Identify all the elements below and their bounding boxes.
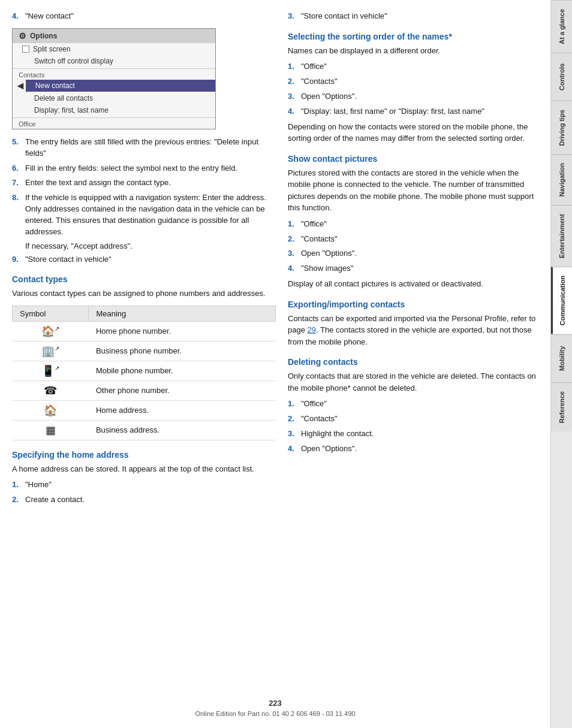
item-6-num: 6. bbox=[12, 163, 22, 174]
sorting-item-2: 2. "Contacts" bbox=[288, 76, 538, 87]
show-contact-pictures-heading: Show contact pictures bbox=[288, 154, 538, 164]
del3-text: Highlight the contact. bbox=[301, 428, 538, 440]
options-row-display: Display: first, last name bbox=[13, 104, 215, 116]
item-7: 7. Enter the text and assign the contact… bbox=[12, 177, 276, 189]
specifying-home-body: A home address can be stored. It appears… bbox=[12, 463, 276, 475]
scp-item-1: 1. "Office" bbox=[288, 219, 538, 230]
symbol-mobile-phone: 📱↗ bbox=[13, 361, 89, 380]
right-item-3-num: 3. bbox=[288, 11, 297, 22]
item-8-num: 8. bbox=[12, 192, 22, 237]
options-body: Split screen Switch off control display … bbox=[13, 43, 215, 129]
page-wrapper: 4. "New contact" ⚙ Options Split screen … bbox=[0, 0, 572, 728]
tab-at-a-glance[interactable]: At a glance bbox=[551, 0, 572, 53]
del-item-2: 2. "Contacts" bbox=[288, 413, 538, 425]
spec-num-2: 2. bbox=[12, 494, 22, 506]
right-item-3: 3. "Store contact in vehicle" bbox=[288, 11, 538, 22]
left-column: 4. "New contact" ⚙ Options Split screen … bbox=[12, 11, 276, 710]
del4-num: 4. bbox=[288, 443, 297, 455]
meaning-home-address: Home address. bbox=[89, 400, 276, 420]
table-row: ▦ Business address. bbox=[13, 420, 276, 440]
item-4-text: "New contact" bbox=[25, 11, 276, 22]
item-4: 4. "New contact" bbox=[12, 11, 276, 22]
sorting-order-heading: Selecting the sorting order of the names… bbox=[288, 32, 538, 41]
del4-text: Open "Options". bbox=[301, 443, 538, 455]
tab-controls[interactable]: Controls bbox=[551, 53, 572, 101]
del3-num: 3. bbox=[288, 428, 297, 440]
contact-types-heading: Contact types bbox=[12, 274, 276, 284]
s1-num: 1. bbox=[288, 61, 297, 73]
tab-reference[interactable]: Reference bbox=[551, 382, 572, 431]
contact-types-body: Various contact types can be assigned to… bbox=[12, 288, 276, 300]
delete-all-label: Delete all contacts bbox=[34, 94, 93, 102]
del-item-1: 1. "Office" bbox=[288, 398, 538, 410]
scp4-num: 4. bbox=[288, 263, 297, 274]
meaning-other-phone: Other phone number. bbox=[89, 380, 276, 400]
deleting-contacts-body: Only contacts that are stored in the veh… bbox=[288, 370, 538, 394]
meaning-mobile-phone: Mobile phone number. bbox=[89, 361, 276, 380]
sidebar-tabs: At a glance Controls Driving tips Naviga… bbox=[550, 0, 572, 728]
divider-2 bbox=[13, 117, 215, 118]
scp3-text: Open "Options". bbox=[301, 248, 538, 259]
table-row: 🏠 Home address. bbox=[13, 400, 276, 420]
sorting-item-3: 3. Open "Options". bbox=[288, 91, 538, 102]
options-row-delete-all: Delete all contacts bbox=[13, 92, 215, 104]
new-contact-label: New contact bbox=[35, 81, 75, 90]
options-header: ⚙ Options bbox=[13, 29, 215, 43]
contact-types-table: Symbol Meaning 🏠↗ Home phone number. 🏢↗ … bbox=[12, 306, 276, 440]
item-5-num: 5. bbox=[12, 137, 22, 159]
scp1-text: "Office" bbox=[301, 219, 538, 230]
item-7-text: Enter the text and assign the contact ty… bbox=[25, 177, 276, 189]
arrow-left-icon: ◄ bbox=[13, 80, 26, 92]
tab-communication[interactable]: Communication bbox=[551, 267, 572, 334]
tab-navigation[interactable]: Navigation bbox=[551, 154, 572, 205]
tab-entertainment[interactable]: Entertainment bbox=[551, 205, 572, 267]
s2-num: 2. bbox=[288, 76, 297, 87]
scp1-num: 1. bbox=[288, 219, 297, 230]
spec-text-2: Create a contact. bbox=[25, 494, 276, 506]
del-item-4: 4. Open "Options". bbox=[288, 443, 538, 455]
symbol-other-phone: ☎ bbox=[13, 380, 89, 400]
right-item-3-text: "Store contact in vehicle" bbox=[301, 11, 538, 22]
item-6-text: Fill in the entry fields: select the sym… bbox=[25, 163, 276, 174]
options-title: Options bbox=[30, 32, 57, 40]
display-label: Display: first, last name bbox=[34, 106, 109, 114]
s3-text: Open "Options". bbox=[301, 91, 538, 102]
sorting-item-1: 1. "Office" bbox=[288, 61, 538, 73]
scp4-text: "Show images" bbox=[301, 263, 538, 274]
options-row-new-contact: New contact bbox=[26, 80, 215, 92]
scp2-text: "Contacts" bbox=[301, 234, 538, 245]
item-5-text: The entry fields are still filled with t… bbox=[25, 137, 276, 159]
del-item-3: 3. Highlight the contact. bbox=[288, 428, 538, 440]
table-row: ☎ Other phone number. bbox=[13, 380, 276, 400]
table-row: 📱↗ Mobile phone number. bbox=[13, 361, 276, 380]
footer-text: Online Edition for Part no. 01 40 2 606 … bbox=[195, 710, 355, 717]
page-ref-link[interactable]: 29 bbox=[308, 325, 316, 334]
meaning-home-phone: Home phone number. bbox=[89, 321, 276, 341]
del1-num: 1. bbox=[288, 398, 297, 410]
scp-item-3: 3. Open "Options". bbox=[288, 248, 538, 259]
spec-num-1: 1. bbox=[12, 479, 22, 491]
meaning-business-phone: Business phone number. bbox=[89, 341, 276, 361]
options-row-switch-off: Switch off control display bbox=[13, 55, 215, 67]
sorting-item-4: 4. "Display: last, first name" or "Displ… bbox=[288, 106, 538, 117]
sorting-note: Depending on how the contacts were store… bbox=[288, 121, 538, 144]
spec-text-1: "Home" bbox=[25, 479, 276, 491]
item-9-text: "Store contact in vehicle" bbox=[25, 254, 276, 265]
switch-off-label: Switch off control display bbox=[34, 57, 113, 65]
meaning-business-address: Business address. bbox=[89, 420, 276, 440]
tab-driving-tips[interactable]: Driving tips bbox=[551, 101, 572, 155]
section-contacts: Contacts bbox=[13, 70, 215, 80]
deleting-contacts-heading: Deleting contacts bbox=[288, 357, 538, 367]
item-6: 6. Fill in the entry fields: select the … bbox=[12, 163, 276, 174]
tab-mobility[interactable]: Mobility bbox=[551, 334, 572, 382]
item-9: 9. "Store contact in vehicle" bbox=[12, 254, 276, 265]
section-office: Office bbox=[13, 119, 215, 129]
scp3-num: 3. bbox=[288, 248, 297, 259]
item-4-num: 4. bbox=[12, 11, 22, 22]
symbol-business-address: ▦ bbox=[13, 420, 89, 440]
options-screenshot: ⚙ Options Split screen Switch off contro… bbox=[12, 28, 216, 129]
gear-icon: ⚙ bbox=[19, 31, 26, 41]
divider-1 bbox=[13, 68, 215, 69]
scp-item-4: 4. "Show images" bbox=[288, 263, 538, 274]
specifying-item-1: 1. "Home" bbox=[12, 479, 276, 491]
